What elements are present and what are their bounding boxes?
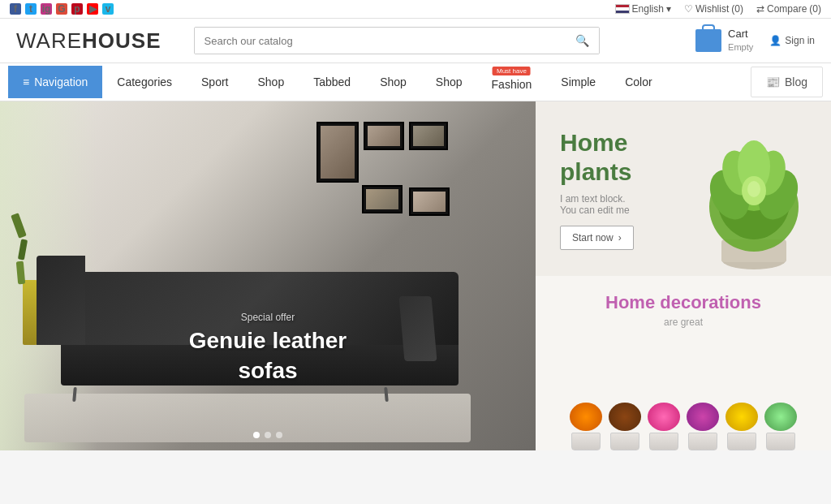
navigation-label: Navigation (34, 75, 88, 88)
plant-leaves (15, 213, 26, 284)
compare-count: (0) (809, 3, 821, 15)
arrow-icon: › (618, 232, 622, 243)
nav-item-shop2[interactable]: Shop (365, 66, 421, 98)
flower-orange (570, 403, 602, 431)
main-content: Special offer Genuie leather sofas Home … (0, 101, 831, 450)
hero-title: Genuie leather sofas (0, 326, 536, 386)
search-icon: 🔍 (575, 34, 589, 47)
flower-purple (687, 403, 719, 431)
plants-image (677, 101, 831, 276)
youtube-icon[interactable]: ▶ (87, 3, 98, 15)
nav-item-categories[interactable]: Categories (102, 66, 187, 98)
flower-pot-1 (570, 403, 602, 450)
flower-pot-5 (726, 403, 758, 450)
pot-base-5 (727, 433, 756, 450)
panel-plants-content: Home plants I am text block. You can edi… (560, 128, 634, 250)
nav-item-shop1[interactable]: Shop (243, 66, 299, 98)
decorations-title: Home decorations (605, 292, 761, 313)
pot-base-3 (649, 433, 678, 450)
compare-icon: ⇄ (756, 3, 764, 15)
search-button[interactable]: 🔍 (566, 28, 599, 54)
cart-icon-wrap (695, 29, 721, 52)
wall-frames (316, 122, 471, 216)
nav-item-sport[interactable]: Sport (187, 66, 243, 98)
wishlist-label: Wishlist (695, 3, 729, 15)
header: WARE HOUSE 🔍 Cart Empty 👤 Sign in (0, 19, 831, 63)
hero-dots (253, 432, 282, 438)
flower-green (764, 403, 797, 431)
svg-point-11 (747, 181, 760, 197)
googleplus-icon[interactable]: G (56, 3, 67, 15)
compare-link[interactable]: ⇄ Compare (0) (756, 3, 821, 15)
plants-title: Home plants (560, 128, 634, 187)
hero-background (0, 101, 536, 450)
hero-special-offer: Special offer (0, 312, 536, 323)
twitter-icon[interactable]: t (25, 3, 37, 15)
language-label: English (632, 3, 664, 15)
hero-slider[interactable]: Special offer Genuie leather sofas (0, 101, 536, 450)
chevron-down-icon: ▾ (666, 3, 671, 15)
panel-decorations: Home decorations are great (536, 276, 831, 450)
flower-pink (648, 403, 680, 431)
cart-text: Cart Empty (728, 27, 753, 54)
signin-link[interactable]: 👤 Sign in (769, 35, 815, 46)
cart-status: Empty (728, 41, 753, 54)
must-have-badge: Must have (493, 67, 531, 75)
top-bar-right: English ▾ ♡ Wishlist (0) ⇄ Compare (0) (615, 3, 821, 15)
blog-icon: 📰 (766, 75, 780, 88)
flag-icon (615, 4, 630, 14)
pot-base-2 (610, 433, 639, 450)
wishlist-link[interactable]: ♡ Wishlist (0) (684, 3, 743, 15)
hero-dot-3[interactable] (276, 432, 282, 438)
search-input[interactable] (195, 28, 566, 54)
cart-bag-icon (695, 29, 721, 52)
flower-pot-4 (687, 403, 719, 450)
pot-base-1 (571, 433, 601, 450)
logo-part1: WARE (16, 28, 82, 54)
nav-item-shop3[interactable]: Shop (421, 66, 477, 98)
start-now-label: Start now (572, 232, 614, 243)
nav-item-tabbed[interactable]: Tabbed (299, 66, 365, 98)
language-selector[interactable]: English ▾ (615, 3, 671, 15)
flower-brown (609, 403, 641, 431)
header-right: Cart Empty 👤 Sign in (695, 27, 815, 54)
flower-pot-2 (609, 403, 641, 450)
vimeo-icon[interactable]: v (102, 3, 114, 15)
top-bar: f t ig G p ▶ v English ▾ ♡ Wishlist (0) … (0, 0, 831, 19)
nav-item-simple[interactable]: Simple (546, 66, 610, 98)
plants-description: I am text block. You can edit me (560, 193, 634, 216)
wishlist-count: (0) (731, 3, 743, 15)
flowers-row (570, 403, 797, 450)
hamburger-icon: ≡ (23, 75, 29, 88)
blog-link[interactable]: 📰 Blog (751, 67, 823, 97)
start-now-button[interactable]: Start now › (560, 226, 634, 250)
facebook-icon[interactable]: f (10, 3, 21, 15)
social-icons-group: f t ig G p ▶ v (10, 3, 114, 15)
logo-part2: HOUSE (82, 28, 161, 54)
cart-link[interactable]: Cart Empty (695, 27, 753, 54)
pot-base-6 (766, 433, 795, 450)
pinterest-icon[interactable]: p (71, 3, 83, 15)
signin-label: Sign in (785, 35, 815, 46)
user-icon: 👤 (769, 35, 781, 46)
social-links: f t ig G p ▶ v (10, 3, 114, 15)
blog-label: Blog (785, 75, 807, 88)
cart-label: Cart (728, 27, 753, 41)
compare-label: Compare (767, 3, 807, 15)
hero-dot-2[interactable] (265, 432, 271, 438)
hero-text-overlay: Special offer Genuie leather sofas (0, 312, 536, 386)
logo[interactable]: WARE HOUSE (16, 28, 161, 54)
flower-pot-3 (648, 403, 680, 450)
decorations-subtitle: are great (664, 317, 703, 328)
instagram-icon[interactable]: ig (41, 3, 52, 15)
flower-yellow (726, 403, 758, 431)
navigation-menu-button[interactable]: ≡ Navigation (8, 66, 102, 98)
panel-plants: Home plants I am text block. You can edi… (536, 101, 831, 276)
nav-item-color[interactable]: Color (610, 66, 666, 98)
navbar: ≡ Navigation Categories Sport Shop Tabbe… (0, 63, 831, 101)
nav-item-fashion[interactable]: Must have Fashion (477, 63, 547, 101)
heart-icon: ♡ (684, 3, 693, 15)
search-bar: 🔍 (194, 27, 600, 54)
pot-base-4 (688, 433, 717, 450)
hero-dot-1[interactable] (253, 432, 260, 438)
